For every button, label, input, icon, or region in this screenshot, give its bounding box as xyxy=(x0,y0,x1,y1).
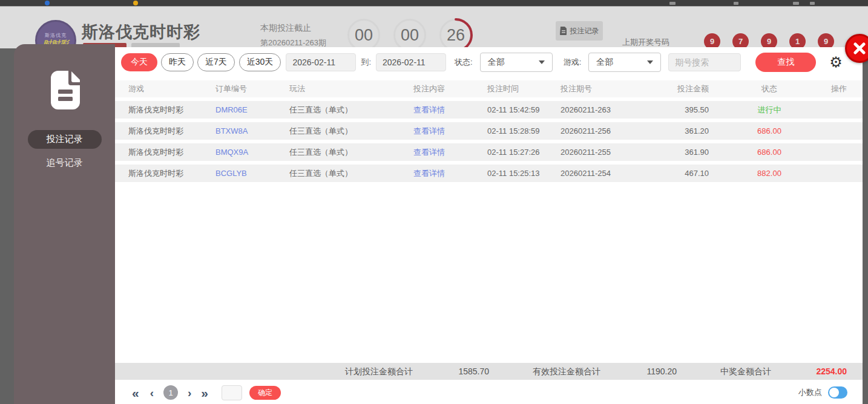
game-select[interactable]: 全部 xyxy=(588,53,661,72)
cell-period: 20260211-263 xyxy=(561,105,651,114)
draw-ball: 1 xyxy=(789,33,806,48)
pagination-bar: « ‹ 1 › » 确定 小数点 xyxy=(115,381,863,404)
page-jump-input[interactable] xyxy=(222,385,242,400)
quick-filter-30days[interactable]: 近30天 xyxy=(239,53,281,71)
cell-status: 686.00 xyxy=(709,148,830,157)
cell-status: 进行中 xyxy=(709,105,830,116)
cell-amount: 395.50 xyxy=(651,105,709,114)
cell-play: 任三直选（单式） xyxy=(289,147,413,158)
bet-record-button-label: 投注记录 xyxy=(570,26,599,36)
cell-play: 任三直选（单式） xyxy=(289,105,413,116)
col-actions: 操作 xyxy=(830,83,863,94)
last-draw-numbers: 9 7 9 1 9 xyxy=(704,33,834,48)
draw-ball: 9 xyxy=(818,33,834,48)
close-icon xyxy=(853,42,866,54)
table-row: 斯洛伐克时时彩 DMR06E 任三直选（单式） 查看详情 02-11 15:42… xyxy=(115,101,863,119)
table-header: 游戏 订单编号 玩法 投注内容 投注时间 投注期号 投注金额 状态 操作 xyxy=(115,80,863,97)
game-select-value: 全部 xyxy=(596,57,613,68)
col-order-id: 订单编号 xyxy=(215,83,289,94)
col-play-type: 玩法 xyxy=(289,83,413,94)
current-page-indicator[interactable]: 1 xyxy=(163,385,178,400)
status-filter-label: 状态: xyxy=(455,57,473,68)
bet-record-button[interactable]: 投注记录 xyxy=(556,21,603,41)
lottery-logo-text-top: 斯洛伐克 xyxy=(45,32,67,39)
cell-order-link[interactable]: DMR06E xyxy=(215,105,289,114)
decimal-toggle[interactable] xyxy=(828,386,847,399)
table-row: 斯洛伐克时时彩 BCGLYB 任三直选（单式） 查看详情 02-11 15:25… xyxy=(115,165,863,182)
last-page-button[interactable]: » xyxy=(201,386,208,399)
chevron-down-icon xyxy=(647,60,653,64)
valid-total-value: 1190.20 xyxy=(623,367,677,376)
date-from-input[interactable] xyxy=(286,53,356,71)
cell-order-link[interactable]: BTXW8A xyxy=(215,126,289,135)
countdown-minutes: 00 xyxy=(347,19,380,48)
countdown: 00 00 26 xyxy=(347,19,472,48)
view-details-link[interactable]: 查看详情 xyxy=(413,126,487,137)
cell-period: 20260211-256 xyxy=(561,126,651,135)
document-icon-large xyxy=(48,71,81,109)
view-details-link[interactable]: 查看详情 xyxy=(413,105,487,116)
first-page-button[interactable]: « xyxy=(132,386,139,399)
countdown-minutes-value: 00 xyxy=(355,26,373,45)
table-body: 斯洛伐克时时彩 DMR06E 任三直选（单式） 查看详情 02-11 15:42… xyxy=(115,101,863,186)
view-details-link[interactable]: 查看详情 xyxy=(413,147,487,158)
col-bet-content: 投注内容 xyxy=(413,83,487,94)
cell-order-link[interactable]: BCGLYB xyxy=(215,169,289,178)
col-status: 状态 xyxy=(709,83,830,94)
table-row: 斯洛伐克时时彩 BMQX9A 任三直选（单式） 查看详情 02-11 15:27… xyxy=(115,143,863,161)
col-bet-period: 投注期号 xyxy=(561,83,651,94)
decimal-label: 小数点 xyxy=(798,387,822,398)
lottery-page-header: 斯洛伐克 时时彩 斯洛伐克时时彩 本期投注截止 第20260211-263期 0… xyxy=(0,6,868,48)
cell-status: 882.00 xyxy=(709,169,830,178)
lottery-title: 斯洛伐克时时彩 xyxy=(82,21,200,43)
quick-filter-7days[interactable]: 近7天 xyxy=(197,53,235,71)
table-row: 斯洛伐克时时彩 BTXW8A 任三直选（单式） 查看详情 02-11 15:28… xyxy=(115,122,863,140)
confirm-button[interactable]: 确定 xyxy=(249,386,281,400)
browser-icon-gray3 xyxy=(793,2,799,5)
view-details-link[interactable]: 查看详情 xyxy=(413,168,487,179)
browser-icon-gray1 xyxy=(669,2,676,5)
prev-page-button[interactable]: ‹ xyxy=(150,387,154,399)
cell-order-link[interactable]: BMQX9A xyxy=(215,148,289,157)
record-modal-sidebar: 投注记录 追号记录 xyxy=(14,44,115,404)
browser-strip xyxy=(0,0,868,6)
quick-filter-today[interactable]: 今天 xyxy=(121,53,157,71)
status-select[interactable]: 全部 xyxy=(480,53,553,72)
sidebar-item-chase-records[interactable]: 追号记录 xyxy=(14,157,115,169)
cell-amount: 361.20 xyxy=(651,126,709,135)
cell-game: 斯洛伐克时时彩 xyxy=(128,147,215,158)
cell-time: 02-11 15:28:59 xyxy=(487,126,561,135)
cell-time: 02-11 15:27:26 xyxy=(487,148,561,157)
next-page-button[interactable]: › xyxy=(188,387,191,399)
browser-icon-yellow xyxy=(133,1,138,5)
settings-gear-icon[interactable]: ⚙ xyxy=(829,55,843,70)
browser-icon-gray2 xyxy=(734,2,738,5)
countdown-seconds-tens-value: 00 xyxy=(401,26,419,45)
filter-bar: 今天 昨天 近7天 近30天 到: 状态: 全部 游戏: 全部 查找 ⚙ xyxy=(121,52,863,73)
draw-ball: 7 xyxy=(732,33,749,48)
col-bet-amount: 投注金额 xyxy=(651,83,709,94)
win-total-label: 中奖金额合计 xyxy=(720,367,771,377)
date-to-input[interactable] xyxy=(376,53,446,71)
countdown-seconds-tens: 00 xyxy=(393,19,426,48)
plan-total-label: 计划投注金额合计 xyxy=(345,367,413,377)
date-to-label: 到: xyxy=(361,57,371,68)
bet-records-modal: 今天 昨天 近7天 近30天 到: 状态: 全部 游戏: 全部 查找 ⚙ 游戏 … xyxy=(115,47,863,404)
cell-play: 任三直选（单式） xyxy=(289,168,413,179)
win-total-value: 2254.00 xyxy=(816,367,847,376)
sidebar-item-bet-records[interactable]: 投注记录 xyxy=(28,130,102,149)
cell-game: 斯洛伐克时时彩 xyxy=(128,105,215,116)
cell-amount: 361.90 xyxy=(651,148,709,157)
period-search-input[interactable] xyxy=(668,53,741,71)
valid-total-label: 有效投注金额合计 xyxy=(533,367,600,377)
browser-icon-blue xyxy=(45,1,50,5)
cell-period: 20260211-254 xyxy=(561,169,651,178)
cell-game: 斯洛伐克时时彩 xyxy=(128,126,215,137)
status-select-value: 全部 xyxy=(488,57,505,68)
summary-bar: 计划投注金额合计 1585.70 有效投注金额合计 1190.20 中奖金额合计… xyxy=(115,363,863,380)
last-draw-label: 上期开奖号码 xyxy=(622,37,669,48)
quick-filter-yesterday[interactable]: 昨天 xyxy=(161,53,194,71)
search-button[interactable]: 查找 xyxy=(755,53,816,72)
draw-ball: 9 xyxy=(704,33,720,48)
cell-time: 02-11 15:42:59 xyxy=(487,105,561,114)
